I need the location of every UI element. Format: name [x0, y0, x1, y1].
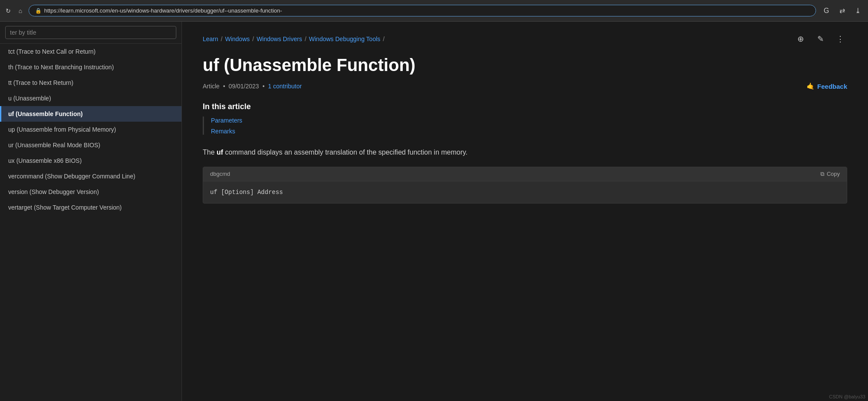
article-type: Article	[203, 83, 220, 90]
breadcrumb: Learn/Windows/Windows Drivers/Windows De…	[203, 32, 847, 46]
breadcrumb-nav: Learn/Windows/Windows Drivers/Windows De…	[203, 36, 385, 42]
copy-button[interactable]: ⧉ Copy	[820, 171, 840, 178]
code-content: uf [Options] Address	[203, 181, 847, 203]
sidebar-items-list: tct (Trace to Next Call or Return)th (Tr…	[0, 44, 181, 215]
toc-link[interactable]: Remarks	[211, 128, 235, 135]
toc-item: Remarks	[211, 127, 847, 135]
desc-prefix: The	[203, 149, 217, 156]
zoom-button[interactable]: ⊕	[794, 32, 807, 46]
sidebar-item[interactable]: vercommand (Show Debugger Command Line)	[0, 168, 181, 184]
toc-link[interactable]: Parameters	[211, 117, 242, 124]
breadcrumb-actions: ⊕ ✎ ⋮	[794, 32, 847, 46]
sidebar-item[interactable]: vertarget (Show Target Computer Version)	[0, 200, 181, 215]
breadcrumb-separator: /	[221, 36, 223, 42]
sidebar-item[interactable]: u (Unassemble)	[0, 91, 181, 106]
meta-dot2: •	[262, 83, 265, 90]
feedback-button[interactable]: 🤙 Feedback	[806, 82, 847, 90]
code-language: dbgcmd	[210, 171, 230, 177]
feedback-icon: 🤙	[806, 82, 815, 90]
content-area: Learn/Windows/Windows Drivers/Windows De…	[182, 22, 868, 401]
breadcrumb-link-3[interactable]: Windows Debugging Tools	[309, 36, 380, 42]
description: The uf command displays an assembly tran…	[203, 147, 847, 158]
article-meta: Article • 09/01/2023 • 1 contributor 🤙 F…	[203, 82, 847, 90]
sidebar-item[interactable]: tct (Trace to Next Call or Return)	[0, 44, 181, 59]
sidebar-filter-input[interactable]	[5, 26, 176, 39]
article-meta-left: Article • 09/01/2023 • 1 contributor	[203, 83, 302, 90]
watermark: CSDN @balyu33	[829, 394, 865, 399]
code-block-header: dbgcmd ⧉ Copy	[203, 167, 847, 181]
meta-dot1: •	[223, 83, 225, 90]
sidebar-item[interactable]: uf (Unassemble Function)	[0, 106, 181, 122]
breadcrumb-separator: /	[253, 36, 254, 42]
toc-list: ParametersRemarks	[203, 116, 847, 135]
article-date: 09/01/2023	[229, 83, 259, 90]
breadcrumb-separator: /	[304, 36, 306, 42]
sidebar-item[interactable]: ur (Unassemble Real Mode BIOS)	[0, 137, 181, 153]
desc-suffix: command displays an assembly translation…	[223, 149, 467, 156]
code-text: uf [Options] Address	[210, 189, 283, 196]
breadcrumb-link-0[interactable]: Learn	[203, 36, 218, 42]
breadcrumb-link-2[interactable]: Windows Drivers	[256, 36, 302, 42]
toc-section: In this article ParametersRemarks	[203, 102, 847, 135]
page-title: uf (Unassemble Function)	[203, 55, 847, 75]
url-text: https://learn.microsoft.com/en-us/window…	[44, 7, 282, 14]
breadcrumb-link-1[interactable]: Windows	[225, 36, 250, 42]
translate-button[interactable]: ⇄	[836, 5, 848, 17]
feedback-label: Feedback	[817, 83, 847, 90]
breadcrumb-trailing-sep: /	[383, 36, 385, 42]
more-button[interactable]: ⋮	[833, 32, 847, 46]
edit-button[interactable]: ✎	[813, 32, 827, 46]
main-layout: tct (Trace to Next Call or Return)th (Tr…	[0, 22, 868, 401]
screenshot-button[interactable]: ⤓	[852, 5, 864, 17]
browser-actions: G ⇄ ⤓	[820, 5, 864, 17]
home-button[interactable]: ⌂	[16, 7, 24, 15]
code-block: dbgcmd ⧉ Copy uf [Options] Address	[203, 167, 847, 204]
lock-icon: 🔒	[35, 8, 42, 14]
contributor-link[interactable]: 1 contributor	[268, 83, 302, 90]
copy-icon: ⧉	[820, 171, 824, 178]
browser-chrome: ↻ ⌂ 🔒 https://learn.microsoft.com/en-us/…	[0, 0, 868, 22]
sidebar-filter-container	[0, 22, 181, 44]
sidebar-item[interactable]: up (Unassemble from Physical Memory)	[0, 122, 181, 137]
sidebar-item[interactable]: tt (Trace to Next Return)	[0, 75, 181, 91]
toc-item: Parameters	[211, 116, 847, 124]
sidebar: tct (Trace to Next Call or Return)th (Tr…	[0, 22, 182, 401]
sidebar-item[interactable]: version (Show Debugger Version)	[0, 184, 181, 200]
toc-title: In this article	[203, 102, 847, 111]
address-bar[interactable]: 🔒 https://learn.microsoft.com/en-us/wind…	[29, 5, 816, 16]
desc-command: uf	[217, 149, 223, 156]
sidebar-item[interactable]: th (Trace to Next Branching Instruction)	[0, 59, 181, 75]
sidebar-item[interactable]: ux (Unassemble x86 BIOS)	[0, 153, 181, 168]
google-button[interactable]: G	[820, 5, 832, 17]
copy-label: Copy	[827, 171, 840, 177]
reload-button[interactable]: ↻	[4, 7, 12, 15]
